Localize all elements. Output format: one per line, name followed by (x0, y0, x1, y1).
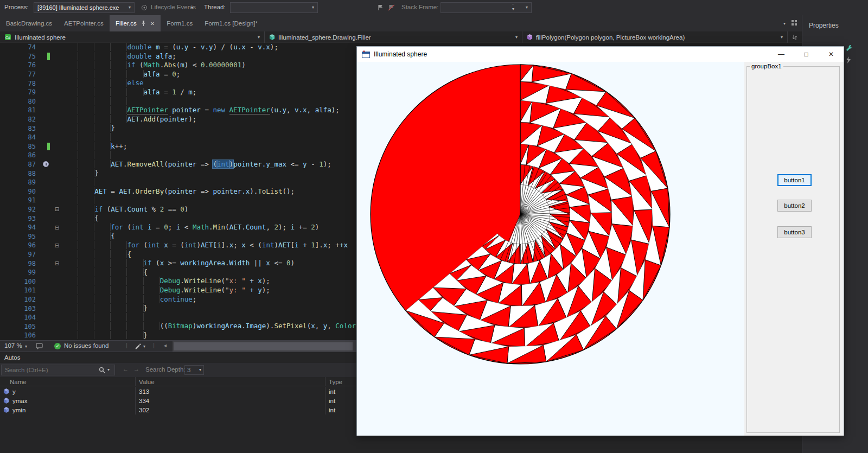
code-token: = ( (168, 241, 184, 249)
lightning-icon[interactable] (846, 56, 852, 65)
chevron-down-icon[interactable]: ▾ (143, 344, 145, 349)
tab-label: Form1.cs [Design]* (205, 20, 258, 27)
scrollbar-thumb[interactable] (174, 342, 353, 350)
code-token: u.y (176, 43, 189, 51)
tab-aetpointer-cs[interactable]: AETPointer.cs (58, 15, 110, 31)
tab-form1-cs[interactable]: Form1.cs (161, 15, 199, 31)
indent-guides (62, 232, 111, 240)
code-token: ( (156, 115, 160, 123)
chevron-down-icon[interactable]: ▾ (25, 344, 27, 349)
code-token: => (196, 187, 213, 195)
csharp-project-icon: C# (4, 34, 11, 41)
tab-close-icon[interactable]: ✕ (150, 21, 155, 27)
app-window[interactable]: Illuminated sphere — □ ✕ groupBox1 butto… (356, 46, 844, 436)
search-depth-label: Search Depth: (145, 366, 186, 373)
health-status[interactable]: No issues found (64, 342, 108, 349)
search-forward-icon[interactable]: → (133, 366, 139, 372)
chevron-down-icon: ▾ (309, 5, 314, 10)
line-number: 84 (0, 133, 42, 141)
button1[interactable]: button1 (777, 174, 812, 186)
pattern-triangle (643, 260, 661, 301)
chevron-down-icon: ▾ (258, 35, 260, 40)
wrench-icon[interactable] (846, 44, 853, 53)
column-label: Type (329, 379, 342, 385)
line-number: 102 (0, 296, 42, 303)
code-token: } (144, 304, 148, 312)
code-cleanup-icon[interactable] (135, 343, 141, 350)
maximize-button[interactable]: □ (794, 47, 819, 61)
code-token: [ (291, 241, 295, 249)
fold-collapse-icon[interactable]: ⊟ (55, 260, 59, 266)
code-token: ( (213, 160, 217, 168)
code-token: ) (291, 259, 295, 267)
code-token: Add (144, 115, 156, 123)
chevron-down-icon[interactable]: ▾ (107, 368, 110, 372)
column-header-value[interactable]: Value (136, 377, 326, 386)
navbar-toggle-icon[interactable] (788, 31, 802, 43)
search-depth-dropdown[interactable]: 3 ▾ (184, 365, 204, 375)
member-dropdown[interactable]: fillPolygon(Polygon polygon, PictureBox … (522, 31, 788, 43)
tab-strip: BasicDrawing.csAETPointer.csFiller.cs✕Fo… (0, 15, 802, 31)
variable-icon (3, 407, 9, 413)
search-back-icon[interactable]: ← (123, 366, 129, 372)
fold-collapse-icon[interactable]: ⊟ (55, 206, 59, 212)
thread-dropdown[interactable]: ▾ (230, 2, 318, 13)
lightbulb-icon[interactable] (43, 161, 49, 167)
app-window-titlebar[interactable]: Illuminated sphere — □ ✕ (357, 47, 844, 62)
tab-filler-cs[interactable]: Filler.cs✕ (110, 15, 161, 31)
code-token: => (196, 160, 213, 168)
process-dropdown[interactable]: [39160] Illuminated sphere.exe ▾ (34, 2, 135, 13)
flag-disabled-icon[interactable] (388, 4, 394, 12)
button2[interactable]: button2 (777, 200, 812, 212)
fold-collapse-icon[interactable]: ⊟ (55, 225, 59, 231)
code-token: ( (164, 187, 168, 195)
code-token: AETPointer (229, 106, 270, 114)
flag-icon[interactable] (378, 4, 384, 12)
feedback-icon[interactable] (36, 343, 43, 351)
stack-frame-dropdown[interactable]: ▾ (441, 2, 532, 13)
code-text: AET.RemoveAll(pointer => (int)pointer.y_… (62, 160, 331, 169)
code-text: if (AET.Count % 2 == 0) (62, 205, 188, 214)
groupbox (746, 66, 840, 433)
lifecycle-events-label[interactable]: Lifecycle Events (151, 4, 196, 10)
chevron-down-icon[interactable]: ▾ (191, 6, 193, 10)
type-dropdown[interactable]: Illuminated_sphere.Drawing.Filler ▾ (265, 31, 522, 43)
health-check-icon[interactable]: ✓ (54, 343, 61, 349)
code-text: double m = (u.y - v.y) / (u.x - v.x); (62, 43, 278, 52)
window-list-caret-icon[interactable]: ▾ (783, 22, 786, 26)
gutter-marker-margin (42, 259, 52, 268)
toolbar-overflow-icon[interactable]: ▾ (512, 4, 514, 11)
indent-guides (62, 277, 160, 285)
code-token: 1 (172, 88, 176, 96)
zoom-level[interactable]: 107 % (4, 342, 22, 349)
search-icon[interactable] (99, 367, 105, 374)
indent-guides (62, 286, 160, 294)
minimize-button[interactable]: — (769, 47, 794, 61)
scroll-left-icon[interactable]: ◄ (163, 343, 168, 348)
code-token: SetPixel (274, 322, 307, 330)
code-token: int (184, 241, 197, 249)
search-input[interactable] (1, 365, 115, 375)
indent-guides (62, 205, 94, 213)
column-header-name[interactable]: Name (0, 377, 136, 386)
indent-guides (62, 61, 127, 69)
code-token: = (160, 70, 173, 78)
code-token: AET (94, 187, 107, 195)
thread-label: Thread: (204, 4, 226, 10)
fold-collapse-icon[interactable]: ⊟ (55, 243, 59, 248)
close-button[interactable]: ✕ (819, 47, 844, 61)
code-token: v.y (201, 43, 213, 51)
tab-options-icon[interactable] (792, 20, 797, 27)
tab-form1-cs-design-[interactable]: Form1.cs [Design]* (199, 15, 264, 31)
variable-name: ymax (12, 398, 27, 404)
pin-icon[interactable] (141, 21, 146, 27)
code-token: for (111, 223, 123, 231)
code-token: + (246, 286, 258, 294)
code-token (144, 223, 148, 231)
gutter-marker-margin (42, 178, 52, 187)
code-token: >= (164, 259, 180, 267)
autos-value-cell: 302 (136, 405, 326, 414)
button3[interactable]: button3 (777, 226, 812, 238)
tab-basicdrawing-cs[interactable]: BasicDrawing.cs (0, 15, 58, 31)
project-dropdown[interactable]: C# Illuminated sphere ▾ (0, 31, 265, 43)
